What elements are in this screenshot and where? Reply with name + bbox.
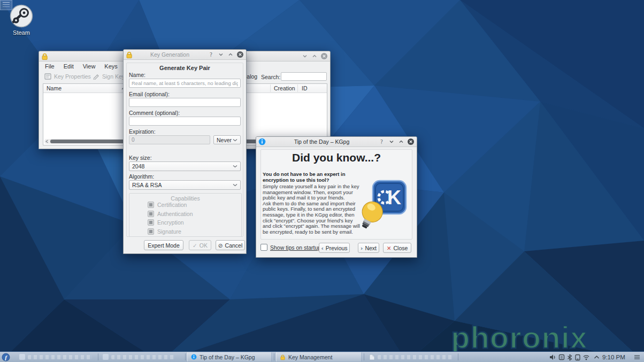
application-launcher[interactable]: f: [2, 353, 10, 361]
key-size-select[interactable]: 2048: [129, 161, 241, 171]
column-name[interactable]: Name: [47, 85, 62, 91]
chevron-down-icon: [218, 52, 224, 57]
taskbar: f Tip of the Day – KGpg Key Manageme: [0, 351, 644, 362]
help-button[interactable]: ?: [378, 138, 386, 146]
algorithm-label: Algorithm:: [129, 173, 154, 180]
sign-key-icon: [93, 73, 99, 80]
menu-keys[interactable]: Keys: [104, 63, 117, 70]
help-button[interactable]: ?: [207, 51, 215, 59]
tip-heading: Did you know...?: [256, 151, 417, 164]
next-button[interactable]: › Next: [358, 243, 379, 253]
cancel-label: Cancel: [225, 242, 243, 249]
chevron-left-icon: ‹: [321, 245, 323, 251]
phoronix-watermark: phoronix: [451, 319, 588, 355]
certification-checkbox: [148, 202, 154, 208]
clock[interactable]: 9:10 PM: [602, 354, 625, 360]
chevron-down-icon: [233, 165, 237, 168]
search-label: Search:: [261, 74, 280, 80]
show-tips-label[interactable]: Show tips on startup: [270, 244, 321, 251]
close-button[interactable]: [320, 52, 328, 60]
steam-icon: [10, 4, 33, 28]
key-generation-titlebar[interactable]: Key Generation ?: [124, 50, 246, 60]
toolbar-key-properties[interactable]: Key Properties: [44, 73, 91, 80]
close-x-icon: ✕: [387, 245, 392, 251]
minimize-button[interactable]: [301, 52, 309, 60]
maximize-button[interactable]: [226, 51, 234, 59]
taskbar-task-key-management[interactable]: Key Management: [276, 352, 362, 361]
menu-file[interactable]: File: [45, 63, 55, 70]
taskbar-task-tip-of-the-day[interactable]: Tip of the Day – KGpg: [187, 352, 272, 361]
lock-icon: [41, 52, 48, 60]
algorithm-select[interactable]: RSA & RSA: [129, 180, 241, 190]
expiration-value-input[interactable]: [129, 135, 210, 144]
chevron-up-icon: [312, 53, 317, 59]
taskbar-task-minimized-1[interactable]: [16, 352, 95, 361]
chevron-down-icon: [302, 53, 308, 59]
window-title: Key Generation: [134, 51, 205, 58]
chevron-down-icon: [233, 183, 237, 187]
maximize-button[interactable]: [397, 138, 405, 146]
desktop: phoronix Steam: [0, 0, 644, 362]
show-tips-checkbox[interactable]: [260, 244, 267, 251]
toolbar-sign-key[interactable]: Sign Key: [93, 73, 125, 80]
device-notifier-icon[interactable]: [574, 353, 581, 361]
network-icon[interactable]: [582, 353, 590, 361]
panel-toolbox-icon[interactable]: [633, 353, 641, 361]
close-button[interactable]: [236, 51, 244, 59]
signature-checkbox: [148, 228, 154, 235]
maximize-button[interactable]: [310, 52, 318, 60]
column-id[interactable]: ID: [302, 85, 308, 91]
volume-icon[interactable]: [549, 353, 556, 361]
document-icon: [369, 354, 375, 360]
chevron-up-icon: [398, 139, 404, 144]
next-label: Next: [365, 245, 377, 251]
bluetooth-icon[interactable]: [566, 353, 573, 361]
key-size-value: 2048: [132, 163, 144, 170]
klipper-icon[interactable]: [558, 353, 565, 361]
close-label: Close: [393, 245, 408, 251]
column-creation[interactable]: Creation: [274, 85, 295, 91]
email-label: Email (optional):: [129, 91, 170, 97]
email-input[interactable]: [129, 98, 241, 107]
menu-view[interactable]: View: [83, 63, 96, 70]
close-button[interactable]: [407, 138, 415, 146]
dialog-header: Generate Key Pair: [124, 65, 246, 71]
tip-titlebar[interactable]: Tip of the Day – KGpg ?: [256, 137, 417, 147]
previous-button[interactable]: ‹ Previous: [319, 243, 350, 253]
key-size-label: Key size:: [129, 155, 152, 161]
tip-body: Simply create yourself a key pair in the…: [263, 184, 362, 235]
tip-of-the-day-window: Tip of the Day – KGpg ? Did you know...?…: [256, 136, 417, 258]
taskbar-task-minimized-3[interactable]: [366, 352, 456, 361]
ok-button[interactable]: ✓ OK: [189, 240, 211, 250]
close-icon: [320, 52, 328, 60]
lightbulb-icon: [359, 198, 392, 235]
expand-tray-icon[interactable]: [593, 353, 600, 361]
comment-input[interactable]: [129, 117, 241, 126]
close-icon: [236, 51, 244, 58]
minimize-button[interactable]: [387, 138, 395, 146]
ok-label: OK: [200, 242, 208, 249]
info-icon: [258, 138, 266, 145]
toolbar-hidden-fragment: ialog: [246, 73, 257, 80]
algorithm-value: RSA & RSA: [132, 182, 162, 188]
expiration-unit-select[interactable]: Never: [213, 135, 241, 144]
name-input[interactable]: [129, 79, 241, 88]
authentication-checkbox: [148, 211, 154, 217]
task-icon: [103, 354, 109, 360]
steam-shortcut[interactable]: Steam: [7, 4, 35, 36]
expiration-unit-value: Never: [217, 137, 232, 143]
menu-edit[interactable]: Edit: [64, 63, 74, 70]
minimize-button[interactable]: [217, 51, 225, 59]
check-icon: ✓: [193, 242, 197, 249]
scroll-left-icon[interactable]: [45, 140, 49, 143]
chevron-right-icon: ›: [361, 245, 363, 251]
cancel-button[interactable]: ⊘ Cancel: [216, 240, 245, 250]
task-label: Tip of the Day – KGpg: [200, 354, 255, 360]
taskbar-task-minimized-2[interactable]: [99, 352, 178, 361]
key-generation-dialog: Key Generation ? Generate Key Pair Name:…: [123, 49, 247, 254]
expiration-label: Expiration:: [129, 128, 156, 135]
expert-mode-button[interactable]: Expert Mode: [144, 240, 183, 250]
search-input[interactable]: [281, 72, 327, 81]
close-tip-button[interactable]: ✕ Close: [383, 243, 411, 253]
window-title: Tip of the Day – KGpg: [267, 138, 376, 145]
